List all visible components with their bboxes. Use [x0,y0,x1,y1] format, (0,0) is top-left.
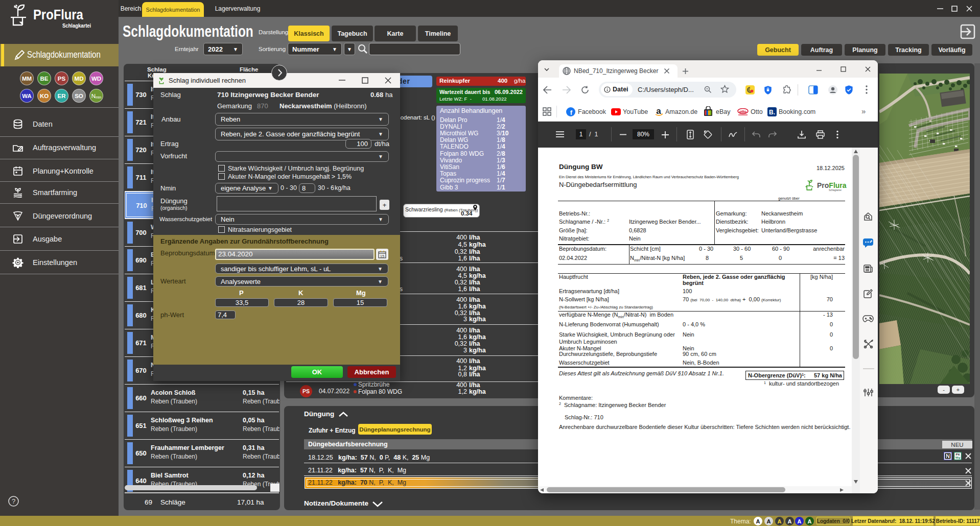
svg-text:N: N [946,453,950,459]
svg-text:Wg: Wg [955,456,961,459]
svg-text:f: f [570,109,573,116]
svg-text:otto: otto [739,109,747,114]
svg-text:B.: B. [769,109,775,116]
svg-text:?: ? [12,497,15,505]
svg-text:a: a [656,107,661,116]
svg-text:15: 15 [380,254,384,258]
